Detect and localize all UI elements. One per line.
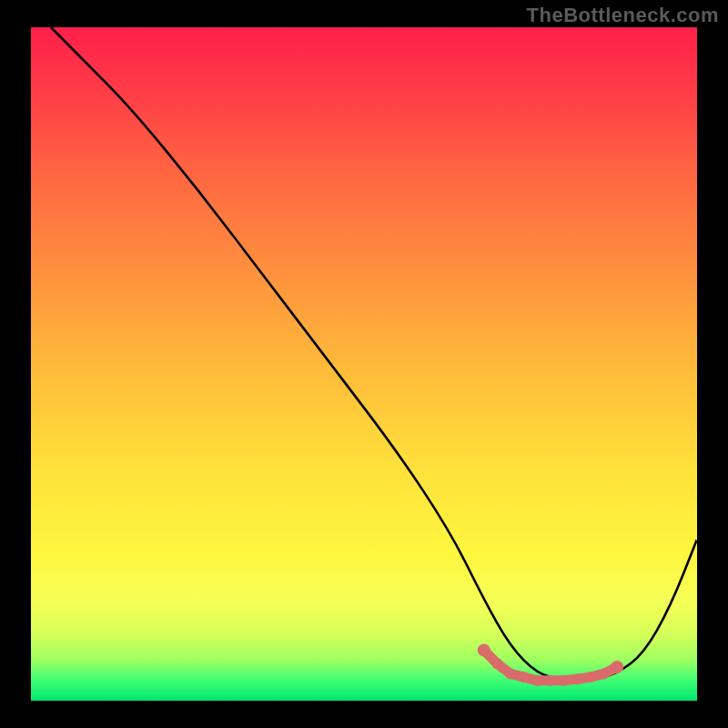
highlight-marker xyxy=(478,644,490,657)
highlight-markers xyxy=(478,644,623,686)
highlight-marker xyxy=(519,672,530,682)
highlight-marker xyxy=(599,668,610,679)
curve-layer xyxy=(31,27,697,701)
highlight-marker xyxy=(531,675,542,686)
plot-area xyxy=(31,27,697,701)
highlight-marker xyxy=(585,672,596,682)
highlight-marker xyxy=(559,675,570,686)
highlight-marker xyxy=(545,675,556,686)
highlight-marker xyxy=(491,658,502,669)
bottleneck-curve xyxy=(51,27,697,681)
watermark-text: TheBottleneck.com xyxy=(527,4,719,27)
chart-frame: TheBottleneck.com xyxy=(0,0,728,728)
highlight-marker xyxy=(611,661,623,673)
highlight-marker xyxy=(505,668,516,679)
highlight-marker xyxy=(571,673,582,684)
